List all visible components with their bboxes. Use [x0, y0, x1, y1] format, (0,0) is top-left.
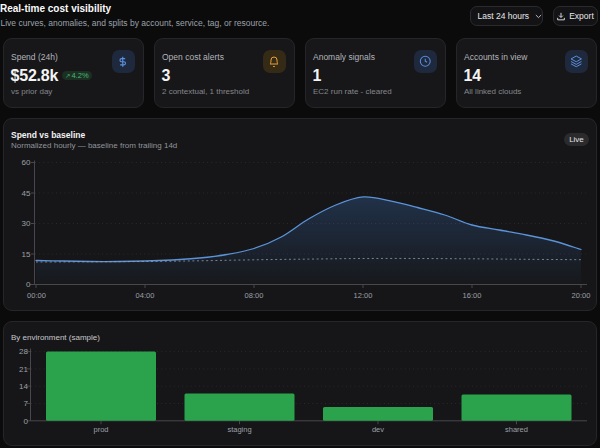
svg-text:04:00: 04:00: [136, 290, 155, 299]
svg-text:16:00: 16:00: [463, 290, 482, 299]
svg-text:14: 14: [19, 382, 28, 391]
svg-text:45: 45: [22, 188, 31, 197]
svg-text:00:00: 00:00: [27, 290, 46, 299]
svg-text:12:00: 12:00: [354, 290, 373, 299]
svg-text:60: 60: [22, 158, 31, 167]
svg-text:0: 0: [26, 280, 31, 289]
svg-text:7: 7: [24, 399, 29, 408]
svg-text:prod: prod: [93, 425, 108, 434]
svg-text:15: 15: [22, 249, 31, 258]
svg-text:30: 30: [22, 219, 31, 228]
svg-text:staging: staging: [227, 425, 251, 434]
svg-text:21: 21: [19, 364, 28, 373]
svg-text:shared: shared: [505, 425, 528, 434]
svg-text:dev: dev: [372, 425, 384, 434]
svg-text:0: 0: [24, 416, 29, 425]
svg-text:08:00: 08:00: [245, 290, 264, 299]
svg-text:20:00: 20:00: [572, 290, 591, 299]
svg-text:28: 28: [19, 347, 28, 356]
